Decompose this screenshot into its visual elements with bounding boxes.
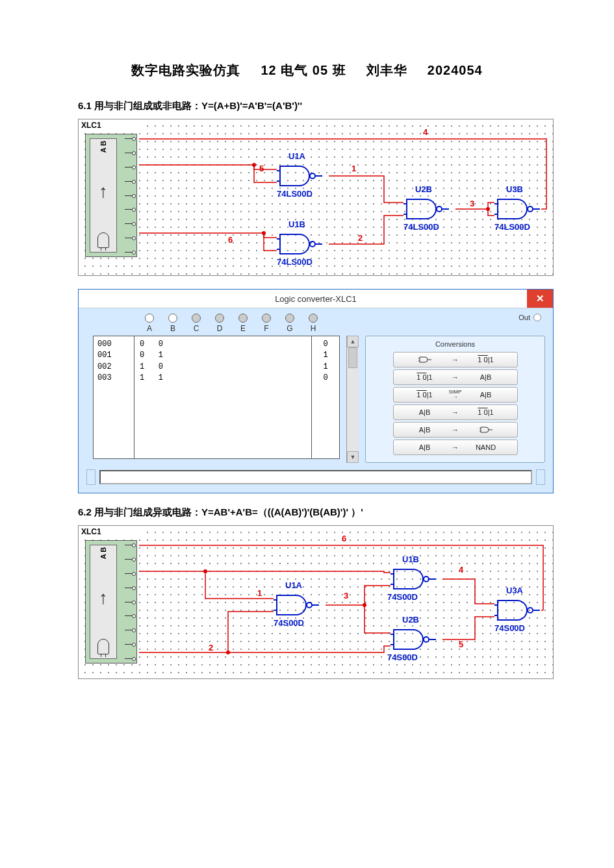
svg-point-22 [307,602,312,608]
arrow-icon: → [449,443,462,451]
logic-converter-titlebar[interactable]: Logic converter-XLC1 ✕ [79,290,553,308]
net-label-6: 6 [228,235,233,245]
net-label-1: 1 [257,588,262,598]
expression-input[interactable] [99,470,532,484]
tt-icon: 1 0|1 [468,408,504,416]
svg-point-11 [437,206,442,212]
gate-part: 74S00D [387,592,418,602]
tt-icon: 1 0|1 [407,373,442,381]
col-header: E [238,324,248,333]
document-title: 数字电路实验仿真 12 电气 05 班 刘丰华 2024054 [78,62,536,79]
section-2-heading: 6.2 用与非门组成异或电路：Y=AB'+A'B=（((A(AB)')'(B(A… [78,506,536,519]
expr-icon: A|B [407,426,442,434]
net-label-3: 3 [344,591,348,601]
out-dot-icon [533,314,541,321]
circuit-diagram-2: XLC1 A B ↑ [78,525,554,679]
col-header: D [215,324,224,333]
col-header: A [145,324,154,333]
conv-expr-to-nand-button[interactable]: A|B → NAND [393,440,518,455]
col-toggle-g[interactable] [285,314,294,323]
net-label-4: 4 [423,127,428,137]
arrow-icon: → [449,373,462,381]
expr-icon: A|B [468,373,504,381]
out-label: Out [518,314,530,321]
truth-table-out-col: 0 1 1 0 [311,336,339,458]
svg-point-1 [262,231,266,235]
truth-table-index-col: 000 001 002 003 [94,336,134,458]
net-label-5: 5 [259,164,264,173]
gate-ref: U1B [402,554,419,564]
gate-part: 74LS00D [277,189,313,199]
gate-u3a: U3A 74S00D [494,597,540,623]
close-button[interactable]: ✕ [527,290,553,308]
net-label-4: 4 [459,565,463,575]
gate-ref: U1A [285,580,302,590]
svg-point-2 [486,207,490,211]
svg-point-7 [310,242,315,247]
gate-u1a: U1A 74LS00D [277,163,322,189]
col-toggle-d[interactable] [215,314,224,323]
column-toggle-row [145,314,545,323]
gate-u1a: U1A 74S00D [274,592,319,618]
logic-converter-window: Logic converter-XLC1 ✕ Out A [78,289,554,493]
truth-table: 000 001 002 003 0 0 0 1 1 0 1 1 0 1 1 0 [93,336,340,459]
close-icon: ✕ [536,293,544,304]
gate-ref: U1A [288,151,305,161]
gate-part: 74S00D [274,618,304,628]
expr-icon: A|B [407,408,442,416]
expression-bar [86,469,545,485]
svg-point-30 [424,637,429,642]
svg-point-21 [363,603,366,607]
conv-tt-to-expr-button[interactable]: 1 0|1 → A|B [393,369,518,385]
gate-icon [407,356,442,364]
gate-u1b: U1B 74LS00D [277,231,322,257]
tt-icon: 1 0|1 [468,356,504,364]
logic-converter-title: Logic converter-XLC1 [275,294,357,304]
col-header: H [309,324,318,333]
nand-label: NAND [468,443,504,451]
col-toggle-h[interactable] [309,314,318,323]
simp-label: SIMP→ [449,390,462,400]
gate-ref: U1B [288,219,305,229]
title-part-3: 刘丰华 [366,63,407,77]
col-toggle-a[interactable] [145,314,154,323]
arrow-icon: → [449,426,462,434]
net-label-1: 1 [352,164,356,173]
col-header: F [262,324,271,333]
conv-tt-simp-expr-button[interactable]: 1 0|1 SIMP→ A|B [393,387,518,403]
net-label-5: 5 [459,639,463,649]
col-toggle-e[interactable] [238,314,248,323]
gate-u3b: U3B 74LS00D [494,196,540,222]
scroll-up-icon[interactable]: ▲ [347,336,359,347]
title-part-1: 数字电路实验仿真 [131,63,240,77]
truth-table-scrollbar[interactable]: ▲ ▼ [346,336,359,463]
scroll-thumb[interactable] [348,347,357,368]
gate-part: 74LS00D [403,222,439,232]
conv-expr-to-tt-button[interactable]: A|B → 1 0|1 [393,404,518,420]
net-label-3: 3 [470,199,474,208]
net-label-6: 6 [342,534,346,543]
document-page: 数字电路实验仿真 12 电气 05 班 刘丰华 2024054 6.1 用与非门… [0,0,614,868]
truth-table-bits-col: 0 0 0 1 1 0 1 1 [134,336,311,458]
svg-point-15 [528,206,533,212]
col-toggle-b[interactable] [168,314,177,323]
svg-point-19 [203,569,207,573]
col-header: B [168,324,177,333]
svg-point-3 [310,173,315,179]
conv-circuit-to-tt-button[interactable]: → 1 0|1 [393,352,518,367]
conv-expr-to-circuit-button[interactable]: A|B → [393,422,518,438]
gate-u1b: U1B 74S00D [390,566,436,592]
gate-part: 74S00D [494,623,525,633]
expr-icon: A|B [407,443,442,451]
expr-bar-left-cap [86,469,96,485]
conversions-title: Conversions [371,340,539,348]
col-toggle-c[interactable] [192,314,201,323]
expr-bar-right-cap [536,469,545,485]
title-part-2: 12 电气 05 班 [261,63,346,77]
circuit-diagram-1: XLC1 A B ↑ [78,119,554,276]
arrow-icon: → [449,408,462,416]
scroll-down-icon[interactable]: ▼ [347,451,359,463]
conversions-panel: Conversions → 1 0|1 1 0|1 → A|B 1 0|1 SI… [365,336,545,463]
tt-icon: 1 0|1 [407,391,442,399]
col-toggle-f[interactable] [262,314,271,323]
